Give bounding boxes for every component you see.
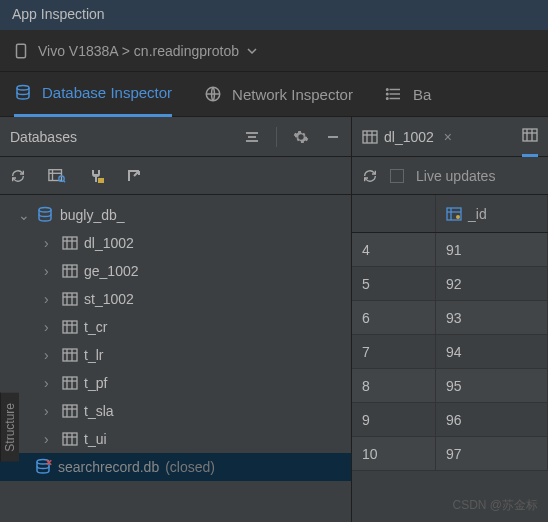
table-row[interactable]: 895: [352, 369, 548, 403]
refresh-icon[interactable]: [362, 168, 378, 184]
table-row[interactable]: 1097: [352, 437, 548, 471]
databases-panel: Databases ⌄ bugly_db_ ›dl_1002›ge_1002›s…: [0, 117, 352, 522]
table-row[interactable]: 592: [352, 267, 548, 301]
table-icon: [62, 236, 78, 250]
table-icon: [62, 348, 78, 362]
row-id-cell[interactable]: 93: [436, 301, 548, 334]
table-icon: [62, 264, 78, 278]
data-tab[interactable]: dl_1002 ×: [362, 129, 452, 145]
grid-header-label: _id: [468, 206, 487, 222]
tree-db-root[interactable]: ⌄ bugly_db_: [0, 201, 351, 229]
row-id-cell[interactable]: 91: [436, 233, 548, 266]
tab-label: Network Inspector: [232, 86, 353, 103]
svg-rect-29: [63, 321, 77, 333]
svg-point-8: [386, 98, 388, 100]
table-search-icon[interactable]: [48, 168, 66, 184]
tree-label: t_sla: [84, 403, 114, 419]
chevron-right-icon: ›: [44, 291, 56, 307]
tree-label: t_pf: [84, 375, 107, 391]
svg-rect-33: [63, 349, 77, 361]
row-index: 6: [352, 301, 436, 334]
svg-rect-17: [63, 237, 77, 249]
row-id-cell[interactable]: 97: [436, 437, 548, 470]
tree-label: t_cr: [84, 319, 107, 335]
main-area: Databases ⌄ bugly_db_ ›dl_1002›ge_1002›s…: [0, 117, 548, 522]
tab-bar: Database Inspector Network Inspector Ba: [0, 72, 548, 117]
tree-table-item[interactable]: ›ge_1002: [0, 257, 351, 285]
tree-table-item[interactable]: ›t_pf: [0, 369, 351, 397]
chevron-right-icon: ›: [44, 431, 56, 447]
row-id-cell[interactable]: 92: [436, 267, 548, 300]
row-index: 9: [352, 403, 436, 436]
chevron-right-icon: ›: [44, 319, 56, 335]
data-tabs: dl_1002 ×: [352, 117, 548, 157]
row-id-cell[interactable]: 96: [436, 403, 548, 436]
svg-point-7: [386, 93, 388, 95]
tree-label: searchrecord.db: [58, 459, 159, 475]
app-title: App Inspection: [12, 6, 105, 22]
phone-icon: [12, 42, 30, 60]
row-index: 7: [352, 335, 436, 368]
gear-icon[interactable]: [293, 129, 309, 145]
database-icon: [36, 206, 54, 224]
refresh-icon[interactable]: [10, 168, 26, 184]
databases-header: Databases: [0, 117, 351, 157]
table-icon: [62, 320, 78, 334]
tab-database-inspector[interactable]: Database Inspector: [14, 72, 172, 117]
filter-icon[interactable]: [244, 129, 260, 145]
chevron-right-icon: ›: [44, 347, 56, 363]
export-icon[interactable]: [126, 168, 142, 184]
svg-rect-10: [49, 169, 62, 180]
tree-label: t_ui: [84, 431, 107, 447]
tree-table-item[interactable]: ›t_cr: [0, 313, 351, 341]
svg-rect-21: [63, 265, 77, 277]
plug-icon[interactable]: [88, 168, 104, 184]
table-row[interactable]: 491: [352, 233, 548, 267]
table-icon: [62, 404, 78, 418]
tree-table-item[interactable]: ›t_ui: [0, 425, 351, 453]
table-icon: [62, 376, 78, 390]
sidebar-structure-tab[interactable]: Structure: [0, 393, 19, 462]
table-row[interactable]: 996: [352, 403, 548, 437]
row-index: 4: [352, 233, 436, 266]
svg-point-6: [386, 89, 388, 91]
grid-header-index[interactable]: [352, 195, 436, 232]
tab-network-inspector[interactable]: Network Inspector: [204, 72, 353, 117]
row-id-cell[interactable]: 95: [436, 369, 548, 402]
key-icon: [446, 207, 462, 221]
databases-title: Databases: [10, 129, 77, 145]
tree-table-item[interactable]: ›t_sla: [0, 397, 351, 425]
tab-background-task[interactable]: Ba: [385, 72, 431, 117]
title-bar: App Inspection: [0, 0, 548, 30]
grid-header-id[interactable]: _id: [436, 195, 548, 232]
data-tab-extra[interactable]: [522, 117, 538, 157]
minimize-icon[interactable]: [325, 129, 341, 145]
databases-toolbar: [0, 157, 351, 195]
tree-db-closed[interactable]: searchrecord.db (closed): [0, 453, 351, 481]
divider: [276, 127, 277, 147]
chevron-right-icon: ›: [44, 403, 56, 419]
chevron-down-icon: [247, 46, 257, 56]
header-actions: [244, 127, 341, 147]
tree-table-item[interactable]: ›dl_1002: [0, 229, 351, 257]
tree-table-item[interactable]: ›st_1002: [0, 285, 351, 313]
data-panel: dl_1002 × Live updates _id 4915926937948…: [352, 117, 548, 522]
breadcrumb-text: Vivo V1838A > cn.readingprotob: [38, 43, 239, 59]
table-row[interactable]: 794: [352, 335, 548, 369]
row-id-cell[interactable]: 94: [436, 335, 548, 368]
data-toolbar: Live updates: [352, 157, 548, 195]
database-tree: ⌄ bugly_db_ ›dl_1002›ge_1002›st_1002›t_c…: [0, 195, 351, 522]
row-index: 10: [352, 437, 436, 470]
breadcrumb-bar[interactable]: Vivo V1838A > cn.readingprotob: [0, 30, 548, 72]
table-row[interactable]: 693: [352, 301, 548, 335]
list-icon: [385, 85, 403, 103]
live-updates-label: Live updates: [416, 168, 495, 184]
closed-suffix: (closed): [165, 459, 215, 475]
tab-label: Ba: [413, 86, 431, 103]
data-tab-label: dl_1002: [384, 129, 434, 145]
table-icon: [62, 292, 78, 306]
close-icon[interactable]: ×: [444, 129, 452, 145]
live-updates-checkbox[interactable]: [390, 169, 404, 183]
watermark: CSDN @苏金标: [452, 497, 538, 514]
tree-table-item[interactable]: ›t_lr: [0, 341, 351, 369]
